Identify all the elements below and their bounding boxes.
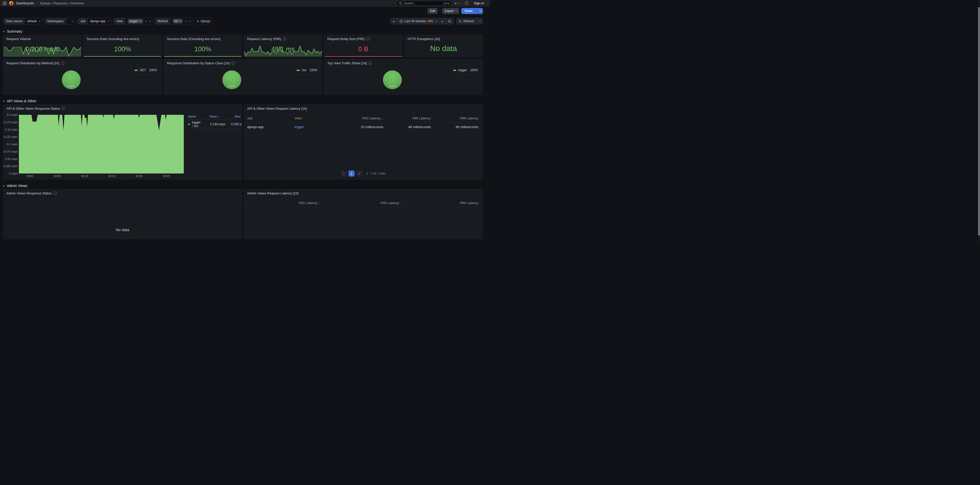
chevron-down-icon (38, 20, 40, 22)
sign-in-button[interactable]: Sign in (474, 1, 484, 5)
col-view[interactable]: View (291, 114, 339, 123)
no-data-message: No data (3, 228, 242, 232)
info-icon[interactable]: i (61, 62, 64, 65)
zoom-out-button[interactable] (446, 18, 453, 24)
panel-api-response-status: API & Other Views Response Statusi 0.2 r… (3, 105, 242, 179)
next-page-button[interactable]: › (356, 170, 362, 176)
time-range-picker[interactable]: Last 30 minutes UTC (397, 18, 439, 24)
datasource-picker[interactable]: Data source default (3, 18, 42, 24)
method-chip[interactable]: All× (173, 19, 183, 24)
edit-button[interactable]: Edit (428, 8, 438, 14)
collapse-icon (3, 184, 5, 187)
current-page-button[interactable]: 1 (348, 170, 355, 176)
time-shift-forward-button[interactable]: » (439, 18, 446, 24)
share-button[interactable]: Share (461, 8, 483, 14)
legend-row[interactable]: trigger / 2xx 0.193 req/s 0.200 req/s (188, 120, 239, 129)
info-icon[interactable]: i (54, 192, 57, 195)
job-picker[interactable]: Job django-app (78, 18, 111, 24)
stat-value: 0.200 req/s (3, 45, 81, 53)
method-picker[interactable]: Method All× × (155, 18, 192, 24)
legend-item[interactable]: trigger 100% (453, 68, 478, 74)
pie-chart: 100% (222, 70, 241, 89)
stat-value: 100% (83, 45, 161, 53)
timeseries-chart[interactable] (19, 115, 184, 173)
chevron-down-icon (479, 20, 481, 22)
variables-row: Data source default Namespace Job django… (0, 15, 490, 27)
legend-col-name[interactable]: Name (188, 115, 196, 118)
refresh-icon (458, 20, 462, 23)
chevron-down-icon (479, 10, 482, 11)
search-placeholder: Search... (404, 2, 441, 5)
panel-http-exceptions: HTTP Exceptions [1h] No data (404, 35, 483, 57)
chevron-down-icon (72, 20, 73, 22)
latency-table: Job View P50 Latency ↓ P95 Latency P99 L… (244, 114, 482, 131)
collapse-icon (3, 100, 5, 102)
legend-swatch-icon (135, 70, 138, 71)
col-p50[interactable]: P50 Latency ↓ (244, 198, 323, 208)
pie-chart: 100% (62, 70, 81, 89)
panel-top-view-traffic: Top View Traffic Share [1h]i 100% trigge… (324, 59, 483, 95)
view-link[interactable]: trigger (291, 123, 339, 131)
remove-chip-icon[interactable]: × (179, 20, 181, 23)
col-p99[interactable]: P99 Latency (402, 198, 482, 208)
refresh-interval-button[interactable] (477, 18, 483, 24)
django-links-button[interactable]: ≡Django (194, 18, 213, 24)
legend-item[interactable]: 2xx 100% (297, 68, 317, 74)
breadcrumb-dashboards[interactable]: Dashboards (16, 1, 34, 5)
stat-value: 0 B (324, 45, 402, 53)
panel-api-request-latency: API & Other Views Request Latency [1h] J… (244, 105, 483, 179)
sort-desc-icon: ↓ (318, 201, 320, 205)
info-icon[interactable]: i (283, 37, 286, 41)
legend-item[interactable]: GET 100% (135, 68, 157, 74)
panel-request-body-size: Request Body Size (P95)i 0 B (324, 35, 402, 57)
panel-success-rate-excl: Success Rate (Excluding 4xx errors) 100% (164, 35, 242, 57)
col-p95[interactable]: P95 Latency (323, 198, 402, 208)
col-p50[interactable]: P50 Latency ↓ (339, 114, 387, 123)
section-api-views[interactable]: API Views & Other (0, 97, 490, 105)
share-options-button[interactable] (477, 8, 483, 14)
info-icon[interactable]: i (366, 37, 370, 41)
search-input[interactable]: Search... ctrl+k (397, 1, 452, 6)
table-header: Job View P50 Latency ↓ P95 Latency P99 L… (244, 114, 482, 123)
menu-icon[interactable] (3, 2, 6, 5)
panel-success-rate-incl: Success Rate (Including 4xx errors) 100% (83, 35, 162, 57)
breadcrumb-current-page[interactable]: Django / Requests / Overview (40, 1, 84, 5)
add-button[interactable]: + (454, 1, 459, 5)
chevron-down-icon (107, 20, 109, 22)
y-axis: 0.2 req/s0.175 req/s 0.15 req/s0.125 req… (3, 113, 18, 175)
export-button[interactable]: Export (442, 8, 459, 14)
col-p95[interactable]: P95 Latency (387, 114, 434, 123)
table-row: django-app trigger 23 milliseconds 48 mi… (244, 123, 482, 131)
section-summary[interactable]: Summary (0, 27, 490, 35)
section-admin-views[interactable]: Admin Views (0, 181, 490, 189)
series-swatch-icon (188, 124, 190, 125)
legend-col-mean[interactable]: Mean (196, 115, 220, 118)
chevron-down-icon (458, 2, 460, 4)
admin-row: Admin Views Response Statusi No data Adm… (3, 189, 483, 239)
search-icon (399, 2, 402, 5)
time-shift-back-button[interactable]: « (391, 18, 397, 24)
panel-request-distribution-method: Request Distribution by Method [1h]i 100… (3, 59, 162, 95)
view-picker[interactable]: View trigger× × (113, 18, 153, 24)
chevron-down-icon (149, 20, 151, 22)
refresh-button[interactable]: Refresh (456, 18, 477, 24)
info-icon[interactable]: i (369, 62, 372, 65)
chevron-down-icon (435, 20, 437, 22)
info-icon[interactable]: i (232, 62, 235, 65)
legend-col-max[interactable]: Max (220, 115, 240, 118)
view-chip[interactable]: trigger× (128, 19, 143, 24)
namespace-picker[interactable]: Namespace (45, 18, 76, 24)
chevron-down-icon (188, 20, 191, 22)
chevron-down-icon (455, 10, 457, 11)
col-job[interactable]: Job (244, 114, 291, 123)
grafana-logo-icon[interactable] (9, 1, 14, 5)
clear-icon[interactable]: × (185, 20, 186, 23)
clear-icon[interactable]: × (145, 20, 147, 23)
help-icon[interactable]: ? (465, 1, 468, 5)
prev-page-button[interactable]: ‹ (341, 170, 347, 176)
col-p99[interactable]: P99 Latency (434, 114, 482, 123)
info-icon[interactable]: i (62, 107, 65, 110)
panel-request-volume: Request Volume 0.200 req/s (3, 35, 81, 57)
panel-admin-request-latency: Admin Views Request Latency [1h] P50 Lat… (244, 189, 483, 239)
remove-chip-icon[interactable]: × (140, 20, 142, 23)
